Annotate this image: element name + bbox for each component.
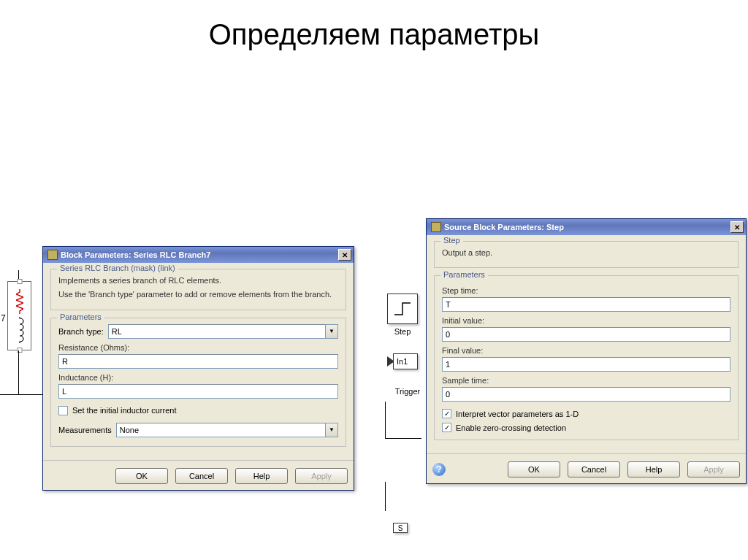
init-current-checkbox[interactable] — [58, 406, 68, 415]
close-icon[interactable]: ✕ — [730, 221, 744, 233]
step-legend: Step — [440, 236, 463, 245]
branch-type-label: Branch type: — [58, 327, 104, 336]
trigger-label: Trigger — [386, 387, 430, 396]
step-dialog-title: Source Block Parameters: Step — [444, 223, 730, 231]
in1-block[interactable]: In1 — [393, 353, 418, 369]
measurements-select[interactable] — [116, 423, 326, 437]
close-icon[interactable]: ✕ — [338, 249, 351, 261]
chevron-down-icon[interactable]: ▼ — [326, 423, 338, 437]
help-button[interactable]: Help — [235, 468, 288, 484]
ok-button[interactable]: OK — [508, 461, 560, 477]
app-icon — [47, 250, 58, 260]
interp-label: Interpret vector parameters as 1-D — [456, 410, 579, 418]
rlc-button-bar: OK Cancel Help Apply — [43, 460, 354, 490]
step-block-label: Step — [386, 327, 419, 336]
zerocross-label: Enable zero-crossing detection — [456, 423, 566, 432]
ok-button[interactable]: OK — [115, 468, 168, 484]
final-value-label: Final value: — [442, 346, 730, 355]
step-params-legend: Parameters — [440, 270, 488, 279]
resistance-input[interactable] — [58, 354, 338, 369]
rlc-mask-fieldset: Series RLC Branch (mask) (link) Implemen… — [50, 269, 346, 310]
rlc-desc2: Use the 'Branch type' parameter to add o… — [58, 289, 338, 300]
step-button-bar: ? OK Cancel Help Apply — [427, 453, 746, 483]
step-fieldset: Step Output a step. — [434, 241, 739, 268]
inductance-label: Inductance (H): — [58, 373, 338, 382]
step-dialog-titlebar[interactable]: Source Block Parameters: Step ✕ — [427, 219, 746, 235]
wire — [385, 402, 386, 438]
step-dialog: Source Block Parameters: Step ✕ Step Out… — [426, 218, 747, 484]
rlc-dialog-title: Block Parameters: Series RLC Branch7 — [61, 250, 338, 259]
initial-value-input[interactable] — [442, 327, 730, 342]
sample-time-label: Sample time: — [442, 376, 730, 385]
s-block[interactable]: S — [393, 523, 408, 533]
resistance-label: Resistance (Ohms): — [58, 343, 338, 352]
help-icon[interactable]: ? — [432, 463, 446, 476]
apply-button[interactable]: Apply — [687, 461, 740, 477]
wire — [0, 394, 42, 395]
cancel-button[interactable]: Cancel — [568, 461, 620, 477]
rlc-desc1: Implements a series branch of RLC elemen… — [58, 275, 338, 286]
wire — [385, 438, 421, 439]
measurements-label: Measurements — [58, 426, 112, 434]
inductor-icon — [15, 317, 25, 343]
step-icon — [392, 299, 413, 319]
rlc-params-legend: Parameters — [57, 312, 104, 321]
rlc-mask-legend: Series RLC Branch (mask) (link) — [57, 264, 178, 272]
final-value-input[interactable] — [442, 357, 730, 372]
slide-title: Определяем параметры — [0, 0, 748, 51]
step-time-label: Step time: — [442, 286, 730, 295]
chevron-down-icon[interactable]: ▼ — [326, 324, 338, 339]
help-button[interactable]: Help — [627, 461, 680, 477]
zerocross-checkbox[interactable]: ✓ — [442, 423, 451, 432]
rlc-branch-block[interactable] — [7, 281, 31, 350]
step-params-fieldset: Parameters Step time: Initial value: Fin… — [434, 275, 739, 440]
rlc-dialog: Block Parameters: Series RLC Branch7 ✕ S… — [42, 246, 354, 491]
label-7: 7 — [1, 313, 6, 323]
step-block[interactable] — [387, 294, 418, 324]
step-desc: Output a step. — [442, 248, 730, 258]
resistor-icon — [16, 289, 23, 314]
inductance-input[interactable] — [58, 384, 338, 399]
rlc-dialog-titlebar[interactable]: Block Parameters: Series RLC Branch7 ✕ — [43, 247, 354, 263]
cancel-button[interactable]: Cancel — [175, 468, 228, 484]
rlc-params-fieldset: Parameters Branch type: ▼ Resistance (Oh… — [50, 318, 346, 447]
wire — [385, 482, 386, 511]
branch-type-select[interactable] — [108, 324, 326, 339]
sample-time-input[interactable] — [442, 387, 730, 402]
wire — [18, 350, 19, 394]
step-time-input[interactable] — [442, 297, 730, 312]
interp-checkbox[interactable]: ✓ — [442, 409, 451, 418]
init-current-label: Set the initial inductor current — [72, 406, 176, 415]
app-icon — [431, 222, 441, 232]
apply-button[interactable]: Apply — [295, 468, 348, 484]
initial-value-label: Initial value: — [442, 316, 730, 325]
